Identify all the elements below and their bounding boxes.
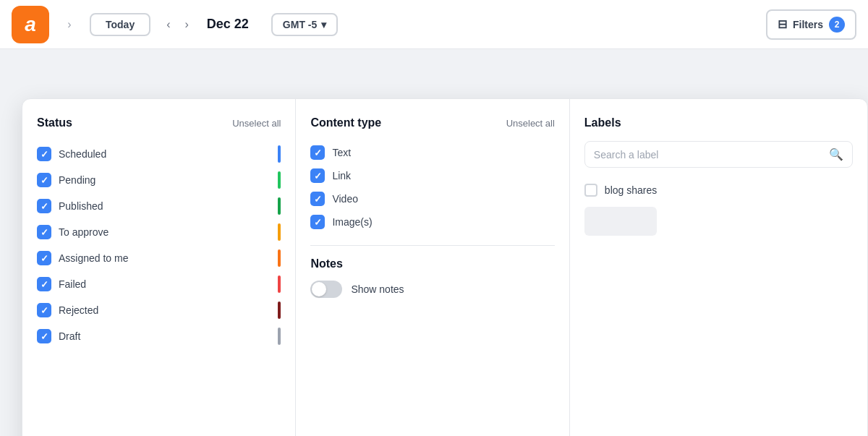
status-color-bar [278,328,281,345]
status-item-label: Rejected [59,304,271,316]
content-type-checkbox: ✓ [310,215,325,229]
content-type-item-label: Video [332,193,554,205]
prev-date-button[interactable]: ‹ [162,15,174,34]
content-type-checkbox: ✓ [310,145,325,160]
status-item[interactable]: ✓ Draft [37,323,281,349]
timezone-button[interactable]: GMT -5 ▾ [271,13,338,36]
status-checkbox: ✓ [37,147,51,161]
topbar: a › Today ‹ › Dec 22 GMT -5 ▾ ⊟ Filters … [0,0,868,49]
content-type-item[interactable]: ✓ Image(s) [310,210,554,234]
date-navigation: ‹ › Dec 22 [162,15,257,34]
content-type-item-label: Text [332,147,554,158]
label-search-input[interactable] [594,149,823,161]
status-item[interactable]: ✓ Pending [37,167,281,193]
status-item-label: Failed [59,278,271,290]
status-item-label: To approve [59,226,271,238]
show-notes-row: Show notes [310,281,554,298]
content-type-checkbox: ✓ [310,168,325,183]
divider [310,245,554,246]
status-checkbox: ✓ [37,225,51,239]
status-item[interactable]: ✓ Rejected [37,297,281,323]
content-type-item-label: Image(s) [332,216,554,228]
content-type-checkbox: ✓ [310,192,325,206]
content-type-item[interactable]: ✓ Text [310,141,554,164]
status-item-label: Published [59,200,271,212]
content-type-item-label: Link [332,170,554,181]
filter-dropdown-panel: Status Unselect all ✓ Scheduled ✓ Pendin… [22,98,868,436]
status-checkbox: ✓ [37,329,51,343]
logo-letter: a [25,14,36,35]
status-item[interactable]: ✓ To approve [37,219,281,245]
status-item[interactable]: ✓ Scheduled [37,141,281,167]
status-checkbox: ✓ [37,173,51,187]
status-unselect-all[interactable]: Unselect all [232,118,281,129]
status-item-label: Scheduled [59,148,271,160]
notes-section: Notes Show notes [310,257,554,298]
status-color-bar [278,197,281,215]
status-color-bar [278,302,281,319]
label-checkbox [584,184,597,197]
sidebar-toggle-button[interactable]: › [58,13,81,36]
notes-title: Notes [310,257,554,270]
next-date-button[interactable]: › [181,15,193,34]
status-color-bar [278,171,281,189]
show-notes-toggle[interactable] [310,281,342,298]
status-item-label: Pending [59,174,271,186]
filters-icon: ⊟ [778,17,787,31]
status-header: Status Unselect all [37,116,281,129]
status-checkbox: ✓ [37,277,51,291]
content-type-column: Content type Unselect all ✓ Text ✓ Link … [296,99,569,436]
labels-column: Labels 🔍 blog shares [570,99,867,436]
status-checkbox: ✓ [37,303,51,317]
toggle-knob [312,282,326,296]
labels-title: Labels [584,116,621,129]
status-color-bar [278,223,281,241]
status-checkbox: ✓ [37,251,51,265]
current-date: Dec 22 [199,17,257,32]
status-item[interactable]: ✓ Failed [37,271,281,297]
today-button[interactable]: Today [90,13,150,36]
status-checkbox: ✓ [37,199,51,213]
filters-label: Filters [793,19,823,30]
status-title: Status [37,116,72,129]
labels-header: Labels [584,116,853,129]
labels-list: blog shares [584,179,853,201]
show-notes-label: Show notes [351,283,404,295]
status-item-label: Draft [59,330,271,342]
filters-badge: 2 [829,17,845,33]
logo: a [12,6,49,43]
status-color-bar [278,249,281,267]
status-color-bar [278,145,281,163]
status-list: ✓ Scheduled ✓ Pending ✓ Published ✓ To a… [37,141,281,349]
status-color-bar [278,275,281,293]
status-item-label: Assigned to me [59,252,271,264]
content-type-header: Content type Unselect all [310,116,554,129]
label-search-box: 🔍 [584,141,853,168]
content-type-unselect-all[interactable]: Unselect all [506,118,555,129]
filters-button[interactable]: ⊟ Filters 2 [766,9,856,40]
content-type-title: Content type [310,116,381,129]
timezone-label: GMT -5 [283,19,317,30]
content-type-list: ✓ Text ✓ Link ✓ Video ✓ Image(s) [310,141,554,234]
search-icon: 🔍 [829,148,843,161]
ghost-placeholder [584,207,657,236]
chevron-down-icon: ▾ [321,19,326,30]
status-item[interactable]: ✓ Published [37,193,281,219]
content-type-item[interactable]: ✓ Link [310,164,554,187]
status-item[interactable]: ✓ Assigned to me [37,245,281,271]
label-item-text: blog shares [605,184,657,196]
status-column: Status Unselect all ✓ Scheduled ✓ Pendin… [22,99,296,436]
label-item[interactable]: blog shares [584,179,853,201]
content-type-item[interactable]: ✓ Video [310,187,554,210]
